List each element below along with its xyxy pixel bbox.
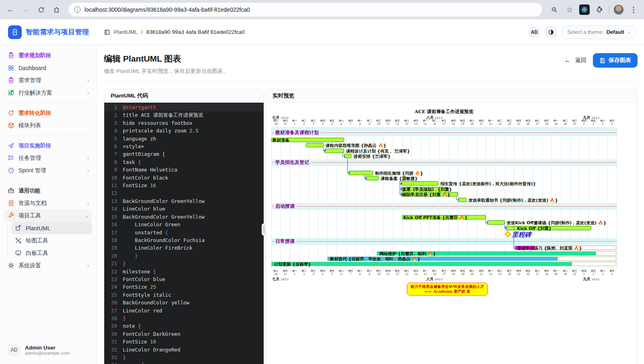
code-line: 22milestone {	[104, 268, 264, 275]
sidebar-item-模块列表[interactable]: 模块列表	[4, 119, 92, 132]
app-logo[interactable]	[8, 25, 22, 39]
extensions-puzzle-icon[interactable]	[594, 4, 605, 15]
code-line: 23FontColor blue	[104, 275, 264, 283]
browser-forward-icon[interactable]: →	[20, 4, 31, 15]
sidebar-item-plantuml[interactable]: PlantUML	[11, 222, 92, 234]
react-devtools-extension-icon[interactable]	[579, 4, 590, 15]
code-line: 18 BackGroundColor Fuchsia	[104, 236, 264, 244]
url-bar[interactable]: i localhost:3000/diagrams/83618a90-99a3-…	[68, 3, 542, 17]
code-text: <style>	[123, 143, 144, 150]
axis-day: 19	[461, 273, 464, 275]
code-line: 15BackGroundColor GreenYellow	[104, 213, 264, 221]
task-label: 网站维护 {吕慧芬、柏利 🔥}	[380, 252, 436, 256]
code-text: milestone {	[123, 268, 156, 275]
task-label: 课程内容思维导图 {孙晶云 🔥}	[326, 143, 386, 148]
dependency-arrowhead	[401, 182, 404, 185]
axis-day: 27	[536, 122, 539, 125]
theme-select[interactable]: Select a theme: Default ⌄	[562, 25, 636, 39]
sidebar-item-需求规划阶段: 需求规划阶段	[4, 49, 92, 62]
url-text[interactable]: localhost:3000/diagrams/83618a90-99a3-4a…	[85, 6, 250, 13]
sidebar-user[interactable]: ADAdmin Useradmin@example.com	[4, 337, 92, 364]
sidebar-item-白板工具[interactable]: 白板工具	[11, 247, 92, 259]
site-info-icon[interactable]: i	[74, 6, 80, 13]
clipboard-icon	[7, 77, 14, 84]
breadcrumb-current: 83618a90 99a3 4afa Ba6f 81ede022fca0	[147, 29, 245, 35]
code-line: 3hide ressources footbox	[104, 119, 264, 127]
bookmark-star-icon[interactable]: ☆	[564, 4, 575, 15]
axis-day: 1	[294, 122, 295, 125]
axis-day: 28	[545, 122, 548, 125]
code-line: 20 }	[104, 252, 264, 260]
sidebar-item-绘图工具[interactable]: 绘图工具	[11, 234, 92, 247]
browser-menu-kebab-icon[interactable]: ⋮	[628, 4, 639, 15]
browser-reload-icon[interactable]	[35, 4, 47, 15]
axis-day: 12	[396, 122, 399, 125]
task-label: Kick Off PPT准备 {吕慧芬 🔥}	[403, 215, 468, 220]
code-text: FontSize 16	[123, 182, 156, 189]
user-avatar-initials: AD	[7, 343, 21, 357]
code-line: 27LineColor red	[104, 307, 264, 314]
browser-toolbar: ← → i localhost:3000/diagrams/83618a90-9…	[0, 0, 644, 19]
chevron-right-icon: ›	[87, 200, 89, 206]
code-text: LineColor OrangeRed	[123, 346, 180, 354]
dependency-arrowhead	[366, 177, 368, 180]
code-line: 25FontStyle italic	[104, 291, 264, 299]
page-title: 编辑 PlantUML 图表	[104, 53, 228, 64]
axis-day: 31	[573, 273, 576, 275]
chevron-down-icon: ⌄	[627, 29, 631, 35]
axis-month: 七月 2022	[272, 115, 289, 120]
sidebar-item-需求管理[interactable]: 需求管理›	[4, 74, 92, 87]
code-panel-header: PlantUML 代码	[104, 89, 264, 103]
code-line: 14LineColor blue	[104, 205, 264, 213]
code-line: 2title ACE 课前筹备工作进展预览	[104, 111, 264, 119]
code-line: 24FontSize 25	[104, 283, 264, 291]
breadcrumb-root[interactable]: PlantUML	[114, 29, 138, 35]
axis-day: 17	[442, 122, 446, 125]
section-title: 学员招生及登记	[271, 159, 617, 166]
sidebar-item-项目工具[interactable]: 项目工具⌄	[4, 209, 92, 222]
axis-day: 2	[303, 273, 305, 275]
panel-resize-handle[interactable]	[262, 223, 266, 236]
browser-back-icon[interactable]: ←	[5, 4, 16, 15]
grid-plus-icon	[7, 89, 14, 97]
grid-line	[309, 127, 309, 268]
task-label: 督促学员练习 {陈烨、刘孟琪 🔥}	[517, 246, 582, 250]
code-line: 9FontName Helvetica	[104, 166, 264, 174]
dependency-arrowhead	[506, 227, 508, 229]
sidebar-item-sprint-管理[interactable]: Sprint 管理›	[4, 164, 92, 177]
sidebar-item-行业解决方案[interactable]: 行业解决方案›	[4, 87, 92, 99]
back-button[interactable]: ← 返回	[564, 56, 586, 64]
axis-day: 4	[611, 273, 613, 275]
task-label: 发送录取通知书 {闫妍(制作)，孟欢(发送) 🔥}	[469, 198, 558, 203]
browser-profile-avatar[interactable]	[613, 4, 624, 15]
plantuml-code-editor[interactable]: 1@startgantt2title ACE 课前筹备工作进展预览3hide r…	[104, 103, 264, 364]
sidebar-item-任务管理[interactable]: 任务管理›	[4, 152, 92, 164]
page-subtitle: 修改 PlantUML 并实时预览，保存后更新当前图表。	[104, 68, 228, 75]
code-text: BackGroundColor Fuchsia	[123, 236, 204, 244]
code-line: 11FontSize 16	[104, 182, 264, 189]
main-content: 编辑 PlantUML 图表 修改 PlantUML 并实时预览，保存后更新当前…	[97, 45, 644, 364]
sidebar-item-资源与文档[interactable]: 资源与文档›	[4, 197, 92, 209]
line-number: 4	[104, 127, 123, 134]
chevron-right-icon: ›	[87, 90, 89, 96]
contrast-toggle-icon[interactable]	[545, 26, 557, 38]
save-diagram-button[interactable]: 保存图表	[593, 53, 638, 68]
sidebar-item-dashboard[interactable]: Dashboard	[4, 62, 92, 74]
sidebar-divider	[6, 103, 90, 103]
line-number: 10	[104, 174, 123, 182]
grid-line	[374, 127, 374, 268]
code-line: 4printscale daily zoom 2.5	[104, 127, 264, 134]
user-initials-badge[interactable]: AD	[528, 26, 540, 38]
axis-day: 16	[433, 273, 436, 275]
axis-day: 31	[284, 273, 287, 275]
zoom-icon[interactable]	[549, 4, 560, 15]
rocket-icon	[7, 142, 14, 149]
sidebar-item-系统设置[interactable]: 系统设置›	[4, 259, 92, 272]
axis-day: 9	[368, 273, 370, 275]
axis-day: 3	[312, 122, 314, 125]
code-line: 21}	[104, 260, 264, 267]
dependency-arrowhead	[349, 172, 351, 174]
section-title: 日常授课	[271, 238, 617, 244]
browser-home-icon[interactable]	[51, 4, 62, 15]
axis-day: 24	[508, 273, 511, 275]
